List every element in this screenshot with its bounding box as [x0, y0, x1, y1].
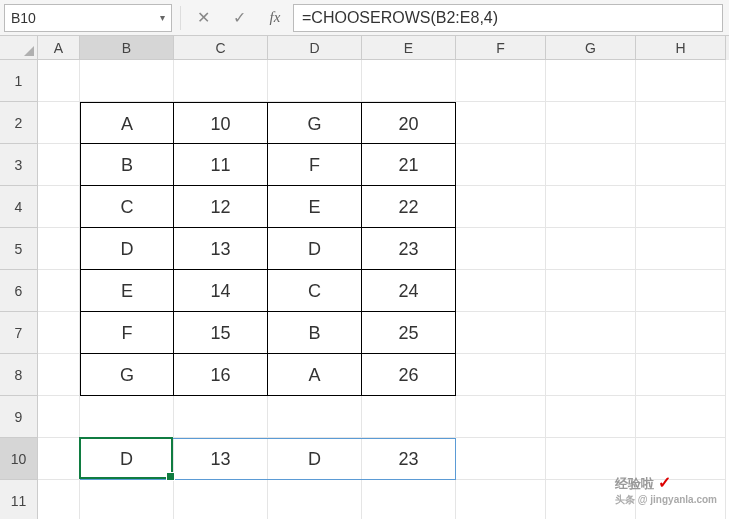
row-header[interactable]: 7: [0, 312, 38, 354]
cell[interactable]: [636, 102, 726, 144]
cell[interactable]: [456, 270, 546, 312]
cell[interactable]: 12: [174, 186, 268, 228]
cell[interactable]: [546, 60, 636, 102]
cell[interactable]: [362, 480, 456, 519]
cell[interactable]: [456, 228, 546, 270]
cell[interactable]: F: [80, 312, 174, 354]
cell-E10[interactable]: 23: [362, 438, 456, 480]
cell[interactable]: 22: [362, 186, 456, 228]
cell[interactable]: 11: [174, 144, 268, 186]
cell[interactable]: [456, 480, 546, 519]
name-box[interactable]: B10 ▾: [4, 4, 172, 32]
cell[interactable]: 16: [174, 354, 268, 396]
row-header[interactable]: 2: [0, 102, 38, 144]
cell[interactable]: [546, 270, 636, 312]
chevron-down-icon[interactable]: ▾: [160, 12, 165, 23]
cell[interactable]: A: [268, 354, 362, 396]
cell[interactable]: [80, 396, 174, 438]
accept-formula-button[interactable]: ✓: [221, 4, 257, 32]
cell[interactable]: [38, 144, 80, 186]
cell[interactable]: [268, 60, 362, 102]
cell[interactable]: [456, 60, 546, 102]
cell-D10[interactable]: D: [268, 438, 362, 480]
cell[interactable]: [636, 228, 726, 270]
cell[interactable]: E: [80, 270, 174, 312]
col-header-F[interactable]: F: [456, 36, 546, 60]
cell[interactable]: [546, 396, 636, 438]
cell[interactable]: B: [80, 144, 174, 186]
cell[interactable]: 20: [362, 102, 456, 144]
cell[interactable]: [636, 312, 726, 354]
cell[interactable]: G: [80, 354, 174, 396]
fx-icon[interactable]: fx: [257, 4, 293, 32]
cell[interactable]: [456, 438, 546, 480]
cell[interactable]: [174, 60, 268, 102]
cell[interactable]: [174, 396, 268, 438]
row-header[interactable]: 4: [0, 186, 38, 228]
col-header-G[interactable]: G: [546, 36, 636, 60]
cell[interactable]: [80, 480, 174, 519]
cell[interactable]: [38, 438, 80, 480]
cell[interactable]: [38, 312, 80, 354]
formula-input[interactable]: =CHOOSEROWS(B2:E8,4): [293, 4, 723, 32]
cell[interactable]: G: [268, 102, 362, 144]
cell[interactable]: 23: [362, 228, 456, 270]
cell-B10[interactable]: D: [80, 438, 174, 480]
cell[interactable]: 10: [174, 102, 268, 144]
cell[interactable]: 26: [362, 354, 456, 396]
cell[interactable]: C: [80, 186, 174, 228]
col-header-H[interactable]: H: [636, 36, 726, 60]
cell[interactable]: [362, 60, 456, 102]
row-header[interactable]: 11: [0, 480, 38, 519]
col-header-E[interactable]: E: [362, 36, 456, 60]
cell[interactable]: E: [268, 186, 362, 228]
cell[interactable]: [636, 186, 726, 228]
row-header[interactable]: 5: [0, 228, 38, 270]
cell[interactable]: [38, 480, 80, 519]
row-header[interactable]: 8: [0, 354, 38, 396]
cell[interactable]: [38, 102, 80, 144]
cell[interactable]: [38, 60, 80, 102]
cell[interactable]: [38, 354, 80, 396]
cell[interactable]: [546, 312, 636, 354]
cell[interactable]: [362, 396, 456, 438]
cell[interactable]: [546, 354, 636, 396]
row-header[interactable]: 9: [0, 396, 38, 438]
cell[interactable]: 24: [362, 270, 456, 312]
cell[interactable]: [38, 186, 80, 228]
cell[interactable]: [636, 354, 726, 396]
cell[interactable]: [636, 396, 726, 438]
cell[interactable]: B: [268, 312, 362, 354]
cell[interactable]: [636, 270, 726, 312]
row-header[interactable]: 3: [0, 144, 38, 186]
col-header-A[interactable]: A: [38, 36, 80, 60]
cell[interactable]: [636, 144, 726, 186]
cell[interactable]: [268, 396, 362, 438]
cell[interactable]: 14: [174, 270, 268, 312]
cell[interactable]: F: [268, 144, 362, 186]
col-header-C[interactable]: C: [174, 36, 268, 60]
cell[interactable]: [38, 396, 80, 438]
cell[interactable]: [636, 60, 726, 102]
row-header[interactable]: 10: [0, 438, 38, 480]
cell[interactable]: [546, 228, 636, 270]
cell[interactable]: A: [80, 102, 174, 144]
cell[interactable]: D: [268, 228, 362, 270]
cell[interactable]: [456, 186, 546, 228]
cell[interactable]: [456, 102, 546, 144]
cell[interactable]: 21: [362, 144, 456, 186]
col-header-D[interactable]: D: [268, 36, 362, 60]
cell[interactable]: [546, 186, 636, 228]
cell[interactable]: [38, 228, 80, 270]
row-header[interactable]: 6: [0, 270, 38, 312]
cancel-formula-button[interactable]: ✕: [185, 4, 221, 32]
cell[interactable]: [38, 270, 80, 312]
cell[interactable]: C: [268, 270, 362, 312]
cell[interactable]: 13: [174, 228, 268, 270]
cell[interactable]: [456, 354, 546, 396]
cell[interactable]: [80, 60, 174, 102]
select-all-corner[interactable]: [0, 36, 38, 60]
cell[interactable]: 25: [362, 312, 456, 354]
col-header-B[interactable]: B: [80, 36, 174, 60]
cell[interactable]: D: [80, 228, 174, 270]
